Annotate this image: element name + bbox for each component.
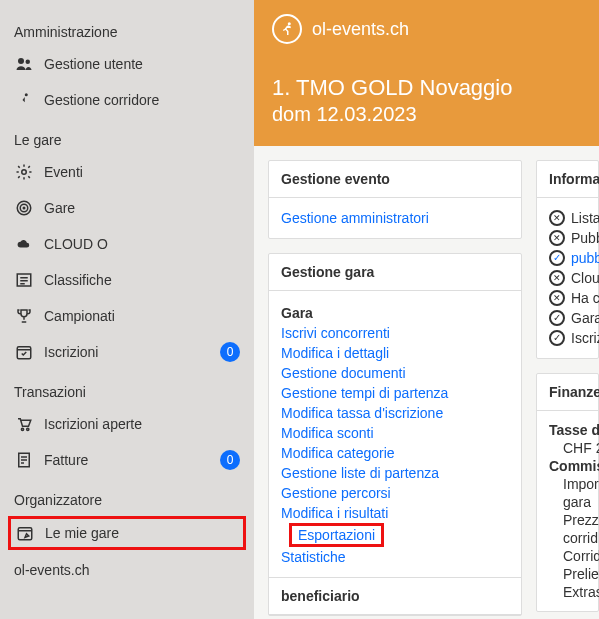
sidebar-item-gestione-utente[interactable]: Gestione utente	[0, 46, 254, 82]
sidebar-item-label: Classifiche	[44, 272, 240, 288]
link-tassa-iscrizione[interactable]: Modifica tassa d'iscrizione	[281, 403, 509, 423]
svg-point-0	[18, 58, 24, 64]
content: Gestione evento Gestione amministratori …	[254, 146, 599, 619]
sidebar-item-label: Iscrizioni	[44, 344, 220, 360]
finance-line: Corrid	[549, 547, 586, 565]
main: ol-events.ch 1. TMO GOLD Novaggio dom 12…	[254, 0, 599, 619]
link-gestione-amministratori[interactable]: Gestione amministratori	[281, 208, 509, 228]
link-iscrivi-concorrenti[interactable]: Iscrivi concorrenti	[281, 323, 509, 343]
link-modifica-dettagli[interactable]: Modifica i dettagli	[281, 343, 509, 363]
info-row: Lista	[549, 208, 586, 228]
sidebar-item-label: Le mie gare	[45, 525, 119, 541]
x-icon	[549, 210, 565, 226]
finance-line: Impor	[549, 475, 586, 493]
card-gestione-gara: Gestione gara Gara Iscrivi concorrenti M…	[268, 253, 522, 616]
hero: ol-events.ch 1. TMO GOLD Novaggio dom 12…	[254, 0, 599, 146]
card-gestione-evento: Gestione evento Gestione amministratori	[268, 160, 522, 239]
sidebar-item-cloudo[interactable]: CLOUD O	[0, 226, 254, 262]
sidebar-item-label: CLOUD O	[44, 236, 240, 252]
finance-line: gara	[549, 493, 586, 511]
cart-icon	[14, 414, 34, 434]
link-gestione-documenti[interactable]: Gestione documenti	[281, 363, 509, 383]
svg-point-3	[22, 170, 27, 175]
runner-logo-icon	[272, 14, 302, 44]
svg-rect-11	[17, 347, 31, 359]
x-icon	[549, 270, 565, 286]
users-icon	[14, 54, 34, 74]
sidebar-footer: ol-events.ch	[0, 552, 254, 588]
sidebar-item-label: Eventi	[44, 164, 240, 180]
sidebar-item-label: Gestione corridore	[44, 92, 240, 108]
svg-point-2	[25, 93, 28, 96]
cloud-icon	[14, 234, 34, 254]
svg-point-6	[23, 207, 25, 209]
info-text: Ha c	[571, 290, 599, 306]
sidebar-item-gare[interactable]: Gare	[0, 190, 254, 226]
info-text: Clou	[571, 270, 599, 286]
sidebar-item-fatture[interactable]: Fatture 0	[0, 442, 254, 478]
sidebar: Amministrazione Gestione utente Gestione…	[0, 0, 254, 619]
x-icon	[549, 290, 565, 306]
sidebar-section-admin: Amministrazione	[0, 10, 254, 46]
finance-line: corrid	[549, 529, 586, 547]
link-liste-partenza[interactable]: Gestione liste di partenza	[281, 463, 509, 483]
finance-line: Extras	[549, 583, 586, 601]
link-gestione-percorsi[interactable]: Gestione percorsi	[281, 483, 509, 503]
trophy-icon	[14, 306, 34, 326]
card-title: Finanze	[537, 374, 598, 411]
finance-commiss: Commissi	[549, 457, 586, 475]
svg-point-1	[26, 60, 31, 65]
badge-count: 0	[220, 450, 240, 470]
card-subtitle-beneficiario: beneficiario	[269, 577, 521, 615]
target-icon	[14, 198, 34, 218]
link-modifica-risultati[interactable]: Modifica i risultati	[281, 503, 509, 523]
link-modifica-sconti[interactable]: Modifica sconti	[281, 423, 509, 443]
card-title: Gestione gara	[269, 254, 521, 291]
sidebar-item-campionati[interactable]: Campionati	[0, 298, 254, 334]
sidebar-item-iscrizioni-aperte[interactable]: Iscrizioni aperte	[0, 406, 254, 442]
runner-icon	[14, 90, 34, 110]
finance-line: Preliev	[549, 565, 586, 583]
calendar-check-icon	[14, 342, 34, 362]
info-text: Gara	[571, 310, 599, 326]
brand[interactable]: ol-events.ch	[272, 14, 581, 44]
svg-point-14	[27, 428, 29, 430]
sidebar-item-classifiche[interactable]: Classifiche	[0, 262, 254, 298]
page-title: 1. TMO GOLD Novaggio	[272, 74, 581, 103]
info-row: Ha c	[549, 288, 586, 308]
page-subtitle: dom 12.03.2023	[272, 103, 581, 126]
sidebar-item-label: Campionati	[44, 308, 240, 324]
sidebar-section-transazioni: Transazioni	[0, 370, 254, 406]
link-modifica-categorie[interactable]: Modifica categorie	[281, 443, 509, 463]
info-text: Iscriz	[571, 330, 599, 346]
sidebar-section-organizzatore: Organizzatore	[0, 478, 254, 514]
check-icon	[549, 250, 565, 266]
card-title: Gestione evento	[269, 161, 521, 198]
finance-heading: Tasse di	[549, 421, 586, 439]
svg-point-13	[21, 428, 23, 430]
info-text: Lista	[571, 210, 599, 226]
info-row[interactable]: pubb	[549, 248, 586, 268]
sidebar-item-label: Iscrizioni aperte	[44, 416, 240, 432]
info-row: Gara	[549, 308, 586, 328]
calendar-edit-icon	[15, 523, 35, 543]
card-finanze: Finanze Tasse di CHF 2 Commissi Impor ga…	[536, 373, 599, 612]
gara-heading: Gara	[281, 301, 509, 323]
badge-count: 0	[220, 342, 240, 362]
link-statistiche[interactable]: Statistiche	[281, 547, 509, 567]
link-tempi-partenza[interactable]: Gestione tempi di partenza	[281, 383, 509, 403]
sidebar-section-gare: Le gare	[0, 118, 254, 154]
list-icon	[14, 270, 34, 290]
info-link[interactable]: pubb	[571, 250, 599, 266]
x-icon	[549, 230, 565, 246]
card-informazioni: Informaz Lista Pubb pubb Clou Ha c Gara …	[536, 160, 599, 359]
sidebar-item-le-mie-gare[interactable]: Le mie gare	[8, 516, 246, 550]
gear-icon	[14, 162, 34, 182]
sidebar-item-gestione-corridore[interactable]: Gestione corridore	[0, 82, 254, 118]
sidebar-item-label: Fatture	[44, 452, 220, 468]
check-icon	[549, 330, 565, 346]
link-esportazioni[interactable]: Esportazioni	[289, 523, 384, 547]
sidebar-item-eventi[interactable]: Eventi	[0, 154, 254, 190]
sidebar-item-iscrizioni[interactable]: Iscrizioni 0	[0, 334, 254, 370]
info-row: Iscriz	[549, 328, 586, 348]
